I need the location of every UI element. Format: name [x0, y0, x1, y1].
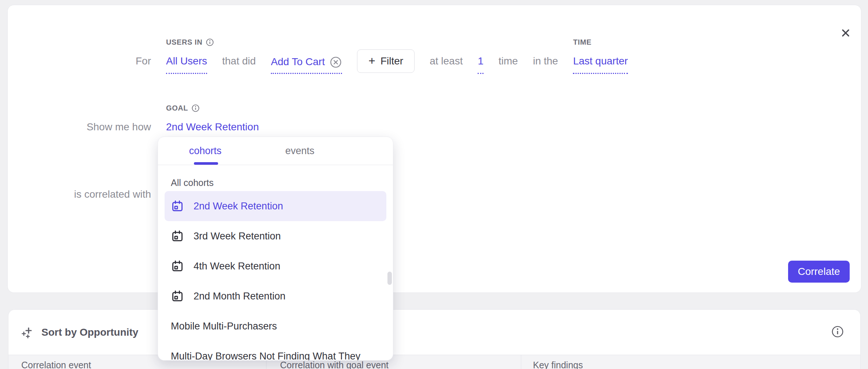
time-word-text: time [499, 55, 518, 67]
event-selector[interactable]: Add To Cart [271, 55, 342, 74]
calendar-icon [171, 230, 184, 243]
info-icon [191, 104, 200, 112]
that-did-text: that did [222, 55, 256, 67]
cohort-list-item[interactable]: Multi-Day Browsers Not Finding What They [165, 341, 386, 361]
query-row-correlated: is correlated with [8, 188, 862, 201]
column-header: Correlation with goal event [280, 360, 389, 369]
add-filter-button[interactable]: + Filter [357, 49, 415, 73]
results-info-button[interactable] [831, 325, 844, 339]
tab-cohorts[interactable]: cohorts [158, 137, 253, 165]
row3-prefix: is correlated with [8, 188, 151, 201]
column-header: Correlation event [21, 360, 91, 369]
cohort-item-label: 2nd Month Retention [194, 291, 286, 302]
cohort-item-label: Mobile Multi-Purchasers [171, 321, 277, 332]
cohort-item-label: Multi-Day Browsers Not Finding What They [171, 351, 360, 361]
cohort-item-label: 3rd Week Retention [194, 231, 281, 242]
close-button[interactable] [837, 24, 854, 42]
calendar-icon [171, 200, 184, 213]
time-label: TIME [573, 38, 591, 46]
cohort-list-item[interactable]: 2nd Week Retention [165, 191, 386, 221]
cohort-list: 2nd Week Retention 3rd Week Retention 4t… [158, 191, 393, 361]
column-header: Key findings [533, 360, 583, 369]
calendar-icon [171, 260, 184, 273]
plus-icon: + [368, 55, 375, 67]
correlate-button[interactable]: Correlate [788, 261, 850, 283]
cohort-list-item[interactable]: 2nd Month Retention [165, 281, 386, 311]
results-table-header: Correlation eventCorrelation with goal e… [8, 355, 860, 369]
active-tab-indicator [194, 162, 218, 165]
query-row-goal: Show me how GOAL 2nd Week Retention [8, 121, 862, 140]
info-icon [206, 38, 214, 46]
row1-prefix: For [8, 55, 151, 67]
goal-label: GOAL [166, 104, 200, 112]
cohort-list-item[interactable]: 4th Week Retention [165, 251, 386, 281]
query-builder-card: For USERS IN All Users that did [7, 5, 861, 293]
cohort-list-item[interactable]: Mobile Multi-Purchasers [165, 311, 386, 341]
sort-by-opportunity-button[interactable]: Sort by Opportunity [41, 327, 138, 338]
goal-picker-tabs: cohortsevents [158, 137, 393, 165]
scrollbar-thumb[interactable] [387, 272, 392, 285]
users-in-selector[interactable]: All Users [166, 55, 207, 74]
remove-event-icon[interactable] [330, 56, 342, 68]
query-row-users: For USERS IN All Users that did [8, 55, 862, 74]
close-icon [840, 27, 852, 39]
calendar-icon [171, 290, 184, 303]
event-selector-label: Add To Cart [271, 56, 325, 68]
cohort-item-label: 4th Week Retention [194, 261, 280, 272]
tab-events[interactable]: events [253, 137, 347, 165]
count-selector[interactable]: 1 [478, 55, 483, 74]
cohorts-section-label: All cohorts [171, 178, 393, 188]
at-least-text: at least [430, 55, 463, 67]
column-divider [521, 355, 521, 369]
correlations-screen: For USERS IN All Users that did [0, 0, 868, 369]
cohort-list-item[interactable]: 3rd Week Retention [165, 221, 386, 251]
results-card: Sort by Opportunity Correlation eventCor… [8, 309, 861, 369]
info-icon [831, 325, 844, 338]
cohort-item-label: 2nd Week Retention [194, 201, 283, 212]
in-the-text: in the [533, 55, 558, 67]
users-in-label: USERS IN [166, 38, 214, 46]
row2-prefix: Show me how [8, 121, 151, 133]
sparkle-sort-icon [21, 325, 35, 340]
goal-picker-dropdown: cohortsevents All cohorts 2nd Week Reten… [158, 137, 393, 361]
sort-bar: Sort by Opportunity [8, 310, 860, 355]
time-range-selector[interactable]: Last quarter [573, 55, 628, 74]
